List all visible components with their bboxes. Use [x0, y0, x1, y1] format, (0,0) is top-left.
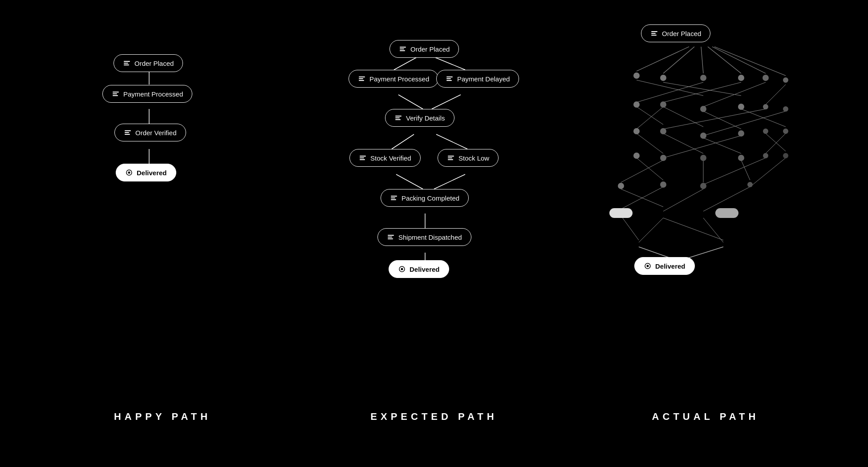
svg-point-104	[660, 128, 666, 134]
svg-line-78	[741, 160, 750, 180]
svg-rect-37	[360, 157, 364, 158]
svg-line-70	[663, 133, 703, 153]
svg-line-62	[637, 107, 663, 125]
svg-point-92	[660, 75, 666, 81]
svg-line-19	[436, 134, 467, 149]
svg-rect-26	[400, 50, 405, 51]
ep-stock-verified-node: Stock Verified	[349, 149, 421, 167]
ep-shipment-dispatched-node: Shipment Dispatched	[377, 228, 471, 246]
svg-rect-11	[125, 134, 130, 135]
svg-line-85	[621, 216, 639, 240]
svg-line-58	[637, 82, 703, 102]
svg-rect-33	[395, 116, 402, 117]
svg-rect-46	[388, 237, 392, 238]
svg-point-110	[660, 155, 666, 161]
svg-point-118	[747, 182, 753, 187]
svg-point-112	[738, 155, 744, 161]
svg-point-107	[763, 129, 768, 134]
svg-point-99	[700, 106, 706, 112]
svg-line-68	[703, 111, 786, 136]
svg-point-108	[783, 129, 788, 134]
expected-path-label: EXPECTED PATH	[370, 411, 497, 423]
svg-line-52	[701, 47, 703, 73]
svg-line-79	[703, 158, 766, 185]
svg-line-21	[434, 174, 465, 189]
svg-point-94	[738, 75, 744, 81]
svg-line-16	[398, 95, 423, 109]
happy-path-diagram: Order Placed Payment Processed Order V	[91, 44, 234, 267]
svg-line-87	[663, 218, 723, 240]
actual-path-diagram: Order Placed Delivered	[594, 22, 817, 289]
svg-point-113	[763, 153, 768, 158]
svg-rect-38	[360, 159, 365, 160]
svg-point-109	[633, 153, 640, 159]
svg-line-18	[392, 134, 414, 149]
svg-rect-42	[391, 196, 397, 197]
svg-line-59	[663, 82, 741, 102]
svg-line-61	[766, 85, 786, 105]
svg-line-75	[637, 158, 663, 180]
svg-line-69	[637, 133, 663, 153]
svg-rect-35	[395, 119, 401, 120]
svg-point-117	[700, 183, 706, 189]
ep-payment-delayed-node: Payment Delayed	[436, 70, 519, 88]
hp-payment-processed-node: Payment Processed	[102, 85, 192, 103]
svg-line-64	[663, 107, 703, 127]
svg-rect-3	[124, 61, 130, 62]
svg-line-71	[703, 138, 741, 153]
actual-path-section: Order Placed Delivered ACTUAL PATH	[570, 18, 841, 449]
svg-point-96	[783, 77, 788, 83]
svg-rect-40	[448, 157, 452, 158]
happy-path-label: HAPPY PATH	[114, 411, 211, 423]
svg-rect-4	[124, 63, 128, 64]
svg-point-114	[783, 153, 788, 158]
svg-line-50	[637, 47, 689, 71]
svg-rect-31	[446, 78, 451, 79]
hp-order-placed-node: Order Placed	[114, 54, 183, 72]
ap-delivered-node: Delivered	[634, 257, 695, 275]
ep-stock-low-node: Stock Low	[438, 149, 499, 167]
ep-order-placed-node: Order Placed	[389, 40, 459, 58]
expected-path-diagram: Order Placed Payment Processed Payment	[341, 36, 527, 276]
svg-point-13	[128, 172, 130, 174]
svg-point-102	[783, 106, 788, 112]
svg-rect-44	[391, 199, 396, 200]
svg-rect-30	[446, 76, 453, 77]
svg-rect-45	[388, 235, 394, 236]
svg-point-111	[700, 155, 706, 161]
svg-point-103	[633, 128, 640, 134]
ep-payment-processed-node: Payment Processed	[349, 70, 438, 88]
ep-delivered-node: Delivered	[389, 260, 449, 278]
hp-order-verified-node: Order Verified	[114, 124, 186, 141]
svg-rect-43	[391, 197, 395, 198]
svg-line-67	[663, 109, 766, 129]
svg-rect-121	[651, 31, 657, 32]
svg-rect-9	[125, 130, 131, 131]
svg-rect-7	[113, 93, 117, 94]
svg-line-88	[703, 218, 723, 242]
svg-rect-27	[359, 76, 365, 77]
svg-rect-32	[446, 80, 452, 81]
svg-point-49	[401, 268, 403, 270]
svg-point-91	[633, 72, 640, 79]
svg-rect-36	[360, 156, 366, 157]
svg-rect-122	[651, 33, 656, 34]
svg-line-73	[766, 133, 786, 153]
svg-point-105	[700, 133, 706, 139]
happy-path-section: Order Placed Payment Processed Order V	[27, 18, 298, 449]
ep-verify-details-node: Verify Details	[385, 109, 454, 127]
expected-path-section: Order Placed Payment Processed Payment	[298, 18, 570, 449]
svg-rect-29	[359, 80, 364, 81]
svg-point-98	[660, 101, 666, 108]
svg-line-55	[714, 47, 786, 76]
svg-rect-123	[651, 35, 657, 36]
hp-delivered-node: Delivered	[116, 164, 176, 181]
svg-rect-28	[359, 78, 363, 79]
svg-line-51	[663, 47, 694, 73]
svg-rect-5	[124, 64, 129, 65]
svg-line-82	[621, 187, 663, 209]
svg-point-93	[700, 75, 706, 81]
svg-point-115	[618, 183, 624, 189]
svg-rect-47	[388, 238, 393, 239]
svg-rect-120	[715, 208, 738, 218]
